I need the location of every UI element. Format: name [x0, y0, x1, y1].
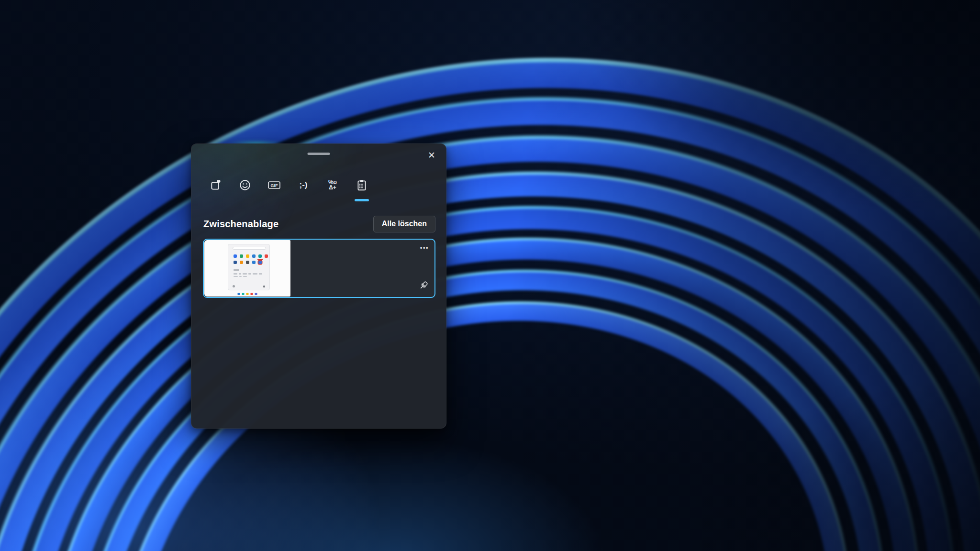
thumb-footer	[233, 285, 265, 287]
tab-gif[interactable]: GIF	[265, 175, 284, 196]
pin-button[interactable]	[417, 279, 430, 293]
clipboard-header: Zwischenablage Alle löschen	[203, 215, 435, 233]
pin-icon	[418, 285, 429, 292]
clipboard-thumbnail	[204, 240, 290, 297]
thumb-recommended-items	[234, 273, 266, 277]
section-title: Zwischenablage	[203, 219, 278, 230]
ellipsis-icon: •••	[420, 244, 429, 252]
symbols-icon: %ʊ Δ+	[328, 180, 337, 190]
svg-text:GIF: GIF	[271, 183, 278, 188]
thumb-power-icon	[263, 286, 265, 287]
tab-kaomoji[interactable]: ;-)	[294, 175, 313, 196]
kaomoji-icon: ;-)	[300, 180, 308, 190]
start-menu-thumbnail	[228, 244, 270, 290]
thumb-pinned-row1	[234, 254, 268, 258]
thumb-user-icon	[233, 285, 235, 287]
tab-bar: GIF ;-) %ʊ Δ+	[206, 175, 371, 196]
heart-square-icon	[210, 179, 222, 191]
desktop-wallpaper	[0, 0, 980, 551]
tab-clipboard[interactable]	[352, 175, 371, 196]
tab-recent[interactable]	[206, 175, 225, 196]
bloom-flower-graphic	[0, 0, 980, 551]
clear-all-button[interactable]: Alle löschen	[373, 216, 435, 232]
thumb-search-bar	[233, 247, 266, 250]
tab-emoji[interactable]	[235, 175, 255, 196]
clipboard-icon	[356, 179, 368, 191]
more-options-button[interactable]: •••	[419, 242, 430, 253]
thumb-taskbar	[238, 293, 257, 295]
clipboard-item[interactable]: •••	[203, 239, 435, 298]
close-button[interactable]: ✕	[422, 147, 441, 163]
close-icon: ✕	[428, 150, 435, 160]
drag-handle[interactable]	[308, 153, 330, 155]
selected-tab-indicator	[355, 199, 369, 201]
smiley-icon	[239, 179, 251, 191]
gif-icon: GIF	[267, 179, 281, 191]
thumb-pinned-row2	[234, 261, 262, 264]
thumb-empfohlen-label	[234, 269, 239, 271]
tab-symbols[interactable]: %ʊ Δ+	[323, 175, 342, 196]
clipboard-panel: ✕	[191, 143, 446, 429]
